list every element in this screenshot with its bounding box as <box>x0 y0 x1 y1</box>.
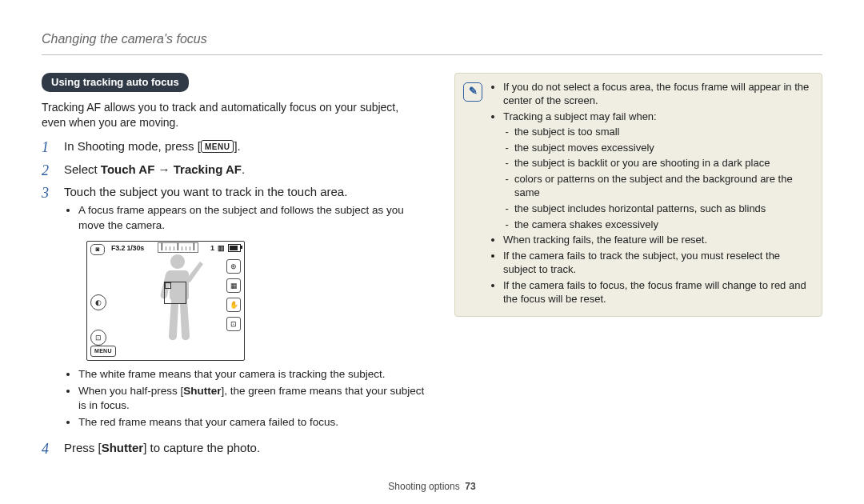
sd-icon: ▥ <box>218 243 225 253</box>
note-sublist: the subject is too small the subject mov… <box>503 125 814 231</box>
note-box: ✎ If you do not select a focus area, the… <box>454 73 822 317</box>
right-column: ✎ If you do not select a focus area, the… <box>454 73 822 463</box>
list-item: the camera shakes excessively <box>514 218 814 232</box>
step-4: 4 Press [Shutter] to capture the photo. <box>42 440 426 458</box>
list-item: The white frame means that your camera i… <box>78 367 426 382</box>
text: → <box>154 162 173 176</box>
list-item: the subject moves excessively <box>514 141 814 155</box>
footer-section: Shooting options <box>388 481 459 492</box>
step-number: 2 <box>42 162 53 180</box>
right-icon-column: ⊛ ▦ ✋ ⊡ <box>226 259 241 331</box>
columns: Using tracking auto focus Tracking AF al… <box>42 73 822 463</box>
bold-text: Shutter <box>102 441 144 454</box>
step-3: 3 Touch the subject you want to track in… <box>42 184 426 435</box>
battery-icon <box>228 244 241 252</box>
step-sublist: A focus frame appears on the subject and… <box>64 203 426 232</box>
bold-text: Touch AF <box>101 162 155 176</box>
step-1: 1 In Shooting mode, press [MENU]. <box>42 138 426 157</box>
menu-icon: MENU <box>201 140 234 154</box>
exposure-readout: F3.2 1/30s <box>111 243 144 253</box>
text: ] to capture the photo. <box>143 441 260 454</box>
left-circle-icon: ◐ <box>90 294 106 310</box>
list-item: colors or patterns on the subject and th… <box>514 172 814 200</box>
subsection-lead: Tracking AF allows you to track and auto… <box>42 100 426 130</box>
list-item: the subject is too small <box>514 125 814 139</box>
step-body: Select Touch AF → Tracking AF. <box>64 162 426 180</box>
focus-frame-icon <box>164 282 186 304</box>
text: Touch the subject you want to track in t… <box>64 185 347 198</box>
list-item: A focus frame appears on the subject and… <box>78 203 426 232</box>
note-list: If you do not select a focus area, the f… <box>490 80 814 308</box>
list-item: If you do not select a focus area, the f… <box>503 80 814 108</box>
top-right-status: 1 ▥ <box>210 243 241 253</box>
list-item: Tracking a subject may fail when: the su… <box>503 110 814 231</box>
size-icon: ▦ <box>226 278 241 293</box>
frame-notes-list: The white frame means that your camera i… <box>64 367 426 430</box>
list-item: When you half-press [Shutter], the green… <box>78 384 426 413</box>
step-body: Press [Shutter] to capture the photo. <box>64 440 426 458</box>
left-column: Using tracking auto focus Tracking AF al… <box>42 73 426 463</box>
list-item: The red frame means that your camera fai… <box>78 415 426 430</box>
camera-screen-illustration: ◙ F3.2 1/30s ┃╷╷╷┃╷╷╷┃ 1 ▥ ◐ ⊡ MENU <box>86 241 245 361</box>
left-circle-icon: ⊡ <box>90 330 106 346</box>
steps-list: 1 In Shooting mode, press [MENU]. 2 Sele… <box>42 138 426 458</box>
text: Select <box>64 162 101 176</box>
list-item: the subject includes horizontal patterns… <box>514 202 814 216</box>
step-body: In Shooting mode, press [MENU]. <box>64 138 426 157</box>
bold-text: Tracking AF <box>174 162 242 176</box>
step-2: 2 Select Touch AF → Tracking AF. <box>42 162 426 180</box>
page-header: Changing the camera's focus <box>42 30 822 48</box>
mode-icon: ◙ <box>90 244 105 255</box>
list-item: the subject is backlit or you are shooti… <box>514 156 814 170</box>
footer-page-number: 73 <box>465 481 475 492</box>
subsection-tag: Using tracking auto focus <box>42 73 189 93</box>
flash-icon: ⊛ <box>226 259 241 274</box>
bold-text: Shutter <box>183 385 221 397</box>
step-body: Touch the subject you want to track in t… <box>64 184 426 435</box>
list-item: When tracking fails, the feature will be… <box>503 233 814 247</box>
text: When you half-press [ <box>78 385 183 397</box>
af-icon: ⊡ <box>226 317 241 331</box>
header-rule <box>42 54 822 55</box>
page: Changing the camera's focus Using tracki… <box>0 0 864 504</box>
text: . <box>242 162 245 176</box>
step-number: 1 <box>42 138 53 157</box>
text: ]. <box>234 139 240 153</box>
page-footer: Shooting options 73 <box>0 480 864 493</box>
step-number: 3 <box>42 184 53 435</box>
frame-count: 1 <box>210 243 214 253</box>
list-item: If the camera fails to focus, the focus … <box>503 278 814 306</box>
text: Press [ <box>64 441 102 454</box>
text: In Shooting mode, press [ <box>64 139 201 153</box>
step-number: 4 <box>42 440 53 458</box>
text: Tracking a subject may fail when: <box>503 110 657 122</box>
menu-button-icon: MENU <box>90 346 116 356</box>
list-item: If the camera fails to track the subject… <box>503 249 814 277</box>
note-icon: ✎ <box>463 82 482 102</box>
stabilize-icon: ✋ <box>226 298 241 312</box>
